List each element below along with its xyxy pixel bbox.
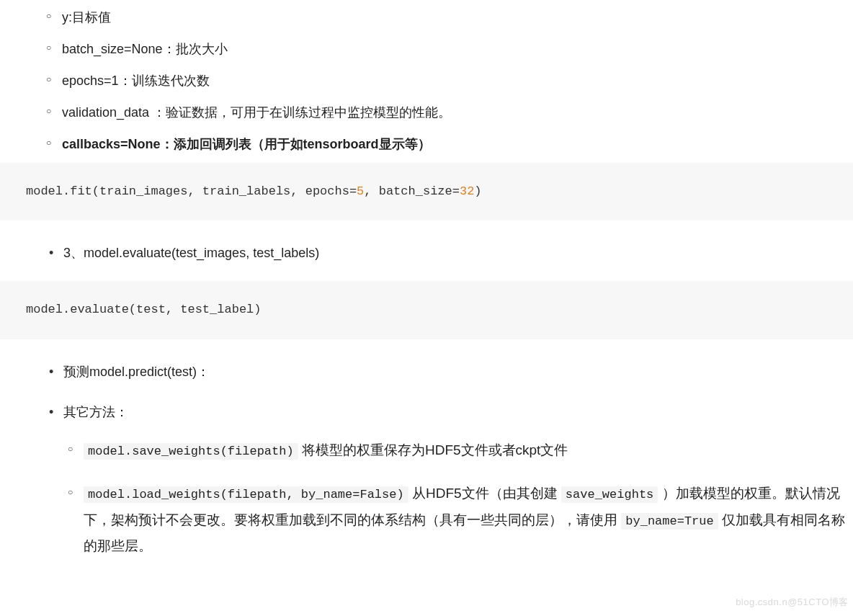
param-validation-data: validation_data ：验证数据，可用于在训练过程中监控模型的性能。: [42, 99, 853, 125]
load-weights-text1: 从HDF5文件（由其创建: [408, 486, 561, 501]
inline-code-by-name-true: by_name=True: [621, 513, 718, 530]
outer-list-2: 预测model.predict(test)： 其它方法： model.save_…: [0, 360, 853, 559]
inline-code-save-weights-ref: save_weights: [561, 486, 658, 503]
codeblock-fit: model.fit(train_images, train_labels, ep…: [0, 163, 853, 220]
param-y: y:目标值: [42, 4, 853, 30]
other-methods-list: model.save_weights(filepath) 将模型的权重保存为HD…: [63, 437, 853, 559]
item-save-weights: model.save_weights(filepath) 将模型的权重保存为HD…: [63, 437, 853, 463]
section-predict: 预测model.predict(test)：: [43, 360, 853, 384]
inline-code-save-weights: model.save_weights(filepath): [84, 443, 298, 460]
section-evaluate-heading: 3、model.evaluate(test_images, test_label…: [43, 241, 853, 265]
item-load-weights: model.load_weights(filepath, by_name=Fal…: [63, 481, 853, 559]
params-list: y:目标值 batch_size=None：批次大小 epochs=1：训练迭代…: [0, 4, 853, 157]
inline-code-load-weights: model.load_weights(filepath, by_name=Fal…: [84, 486, 408, 503]
document-content: y:目标值 batch_size=None：批次大小 epochs=1：训练迭代…: [0, 0, 853, 616]
param-callbacks: callbacks=None：添加回调列表（用于如tensorboard显示等）: [42, 131, 853, 157]
codeblock-evaluate: model.evaluate(test, test_label): [0, 281, 853, 339]
other-methods-label: 其它方法：: [63, 405, 128, 419]
param-epochs: epochs=1：训练迭代次数: [42, 68, 853, 94]
outer-list-1: 3、model.evaluate(test_images, test_label…: [0, 241, 853, 265]
param-batch-size: batch_size=None：批次大小: [42, 36, 853, 62]
save-weights-text: 将模型的权重保存为HDF5文件或者ckpt文件: [298, 442, 568, 457]
section-other-methods: 其它方法： model.save_weights(filepath) 将模型的权…: [43, 400, 853, 559]
watermark: blog.csdn.n@51CTO博客: [736, 594, 849, 612]
